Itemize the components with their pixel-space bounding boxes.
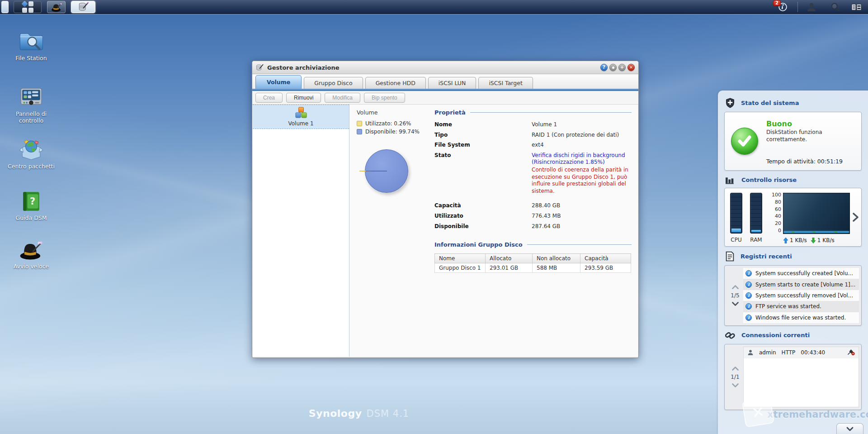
disconnect-icon[interactable] bbox=[847, 348, 855, 357]
log-row[interactable]: iFTP service was started. bbox=[743, 301, 859, 312]
window-titlebar[interactable]: Gestore archiviazione ? + ✕ bbox=[252, 61, 638, 74]
pilot-view-button[interactable] bbox=[846, 1, 866, 13]
prop-value: 288.40 GB bbox=[532, 202, 560, 210]
tab-iscsi-lun[interactable]: iSCSI LUN bbox=[428, 77, 476, 89]
cpu-meter: CPU bbox=[730, 193, 742, 243]
prop-value: Volume 1 bbox=[532, 121, 557, 129]
prop-value-status: Verifica dischi rigidi in background (Ri… bbox=[532, 152, 632, 195]
storage-manager-taskbar-button[interactable] bbox=[71, 1, 95, 13]
close-button[interactable]: ✕ bbox=[627, 64, 635, 71]
maximize-button[interactable]: + bbox=[618, 64, 626, 71]
cell-nome: Gruppo Disco 1 bbox=[435, 263, 486, 273]
properties-heading-text: Proprietà bbox=[434, 109, 466, 116]
network-graph-block: 1 KB/s 1 KB/s bbox=[783, 193, 850, 243]
tab-gestione-hdd[interactable]: Gestione HDD bbox=[365, 77, 426, 89]
prop-label: Tipo bbox=[434, 132, 532, 139]
desktop-icon-label: File Station bbox=[15, 55, 47, 62]
cell-capacita: 293.59 GB bbox=[580, 263, 631, 273]
prop-value: 776.43 MB bbox=[532, 213, 561, 220]
help-button[interactable]: ? bbox=[600, 64, 608, 71]
legend-free-label: Disponibile: 99.74% bbox=[365, 129, 420, 135]
connection-user-icon bbox=[747, 349, 754, 356]
edit-button[interactable]: Modifica bbox=[325, 93, 360, 103]
table-row[interactable]: Gruppo Disco 1 293.01 GB 588 MB 293.59 G… bbox=[435, 263, 631, 273]
main-menu-button[interactable] bbox=[14, 1, 42, 13]
chain-link-icon bbox=[725, 330, 736, 340]
tab-label: iSCSI Target bbox=[489, 80, 522, 86]
connection-row[interactable]: admin HTTP 00:43:40 bbox=[744, 347, 859, 358]
tab-volume[interactable]: Volume bbox=[255, 75, 302, 89]
search-button[interactable] bbox=[825, 1, 845, 13]
network-rates: 1 KB/s 1 KB/s bbox=[783, 237, 850, 243]
log-row[interactable]: iSystem starts to create [Volume 1]... bbox=[743, 279, 859, 290]
resource-monitor-title: Controllo risorse bbox=[741, 176, 797, 183]
col-nome: Nome bbox=[435, 254, 486, 263]
storage-manager-icon bbox=[78, 2, 89, 12]
show-desktop-button[interactable] bbox=[1, 1, 9, 13]
tab-gruppo-disco[interactable]: Gruppo Disco bbox=[304, 77, 363, 89]
log-row[interactable]: iSystem successfully removed [Vol... bbox=[743, 290, 859, 301]
volume-list-item[interactable]: Volume 1 bbox=[253, 105, 349, 129]
remove-button[interactable]: Rimuovi bbox=[286, 93, 321, 103]
legend-used: Utilizzato: 0.26% bbox=[357, 120, 432, 127]
system-status-title: Stato del sistema bbox=[741, 100, 799, 106]
volume-list: Volume 1 bbox=[253, 105, 349, 357]
desktop-icon-package-center[interactable]: Centro pacchetti bbox=[5, 135, 58, 170]
cpu-label: CPU bbox=[731, 237, 741, 243]
resource-detail-arrow[interactable] bbox=[853, 213, 859, 224]
graph-y-axis: 10080 6040 200 bbox=[770, 192, 781, 234]
ram-meter: RAM bbox=[750, 193, 762, 243]
notifications-button[interactable]: 2 bbox=[772, 1, 793, 13]
tab-iscsi-target[interactable]: iSCSI Target bbox=[478, 77, 533, 89]
window-title: Gestore archiviazione bbox=[267, 64, 339, 71]
table-header-row: Nome Allocato Non allocato Capacità bbox=[435, 254, 631, 263]
log-text: System successfully removed [Vol... bbox=[755, 292, 853, 299]
properties-column: Proprietà NomeVolume 1 TipoRAID 1 (Con p… bbox=[432, 109, 632, 352]
page-up-icon[interactable] bbox=[732, 367, 739, 371]
download-dot bbox=[812, 231, 816, 233]
connections-widget: 1/1 admin HTTP 00:43:40 bbox=[724, 344, 862, 410]
ram-label: RAM bbox=[750, 237, 762, 243]
cell-allocato: 293.01 GB bbox=[486, 263, 533, 273]
prop-value: ext4 bbox=[532, 142, 544, 149]
log-row[interactable]: iWindows file service was started. bbox=[743, 312, 859, 323]
col-capacita: Capacità bbox=[580, 254, 631, 263]
recent-logs-header: Registri recenti bbox=[725, 251, 861, 262]
minimize-button[interactable] bbox=[609, 64, 617, 71]
desktop-icon-label: Guida DSM bbox=[16, 215, 47, 221]
beep-off-button[interactable]: Bip spento bbox=[364, 93, 405, 103]
network-graph bbox=[783, 193, 850, 234]
desktop-icon-label: Centro pacchetti bbox=[8, 163, 55, 170]
resource-monitor-header: Controllo risorse bbox=[725, 175, 861, 184]
page-up-icon[interactable] bbox=[732, 285, 739, 289]
desktop-icon-file-station[interactable]: File Station bbox=[5, 27, 58, 62]
package-center-icon bbox=[19, 135, 44, 161]
tab-label: Volume bbox=[267, 79, 290, 86]
chevron-down-icon bbox=[846, 427, 854, 431]
desktop-icon-dsm-help[interactable]: ? Guida DSM bbox=[5, 187, 58, 221]
desktop-icon-quick-start[interactable]: Avvio veloce bbox=[5, 235, 58, 270]
download-rate: 1 KB/s bbox=[817, 237, 835, 243]
window-body: Volume 1 Volume Utilizzato: 0.26% Dispon… bbox=[253, 105, 638, 357]
create-button[interactable]: Crea bbox=[255, 93, 283, 103]
notification-badge: 2 bbox=[773, 0, 781, 6]
tab-strip: Volume Gruppo Disco Gestione HDD iSCSI L… bbox=[252, 74, 638, 89]
user-icon bbox=[807, 2, 816, 12]
storage-manager-window: Gestore archiviazione ? + ✕ Volume Grupp… bbox=[252, 61, 639, 358]
disk-group-heading: Informazioni Gruppo Disco bbox=[434, 241, 632, 248]
desktop-icon-control-panel[interactable]: Pannello di controllo bbox=[5, 83, 58, 124]
sidebar-collapse-tab[interactable] bbox=[836, 423, 863, 434]
page-down-icon[interactable] bbox=[732, 383, 739, 387]
user-button[interactable] bbox=[801, 1, 822, 13]
dsm-brand-watermark: SynologyDSM 4.1 bbox=[0, 408, 718, 419]
main-menu-icon bbox=[22, 1, 33, 13]
system-status-widget: Buono DiskStation funziona correttamente… bbox=[724, 112, 862, 171]
legend-free-swatch bbox=[357, 129, 362, 134]
volume-detail-panel: Volume Utilizzato: 0.26% Disponibile: 99… bbox=[349, 105, 638, 357]
logs-pager: 1/5 bbox=[727, 268, 743, 323]
properties-heading: Proprietà bbox=[434, 109, 632, 116]
page-down-icon[interactable] bbox=[732, 302, 739, 306]
shield-icon bbox=[725, 98, 735, 108]
quick-launch-taskbar-button[interactable] bbox=[47, 1, 66, 13]
log-row[interactable]: iSystem successfully created [Volu... bbox=[743, 268, 859, 279]
